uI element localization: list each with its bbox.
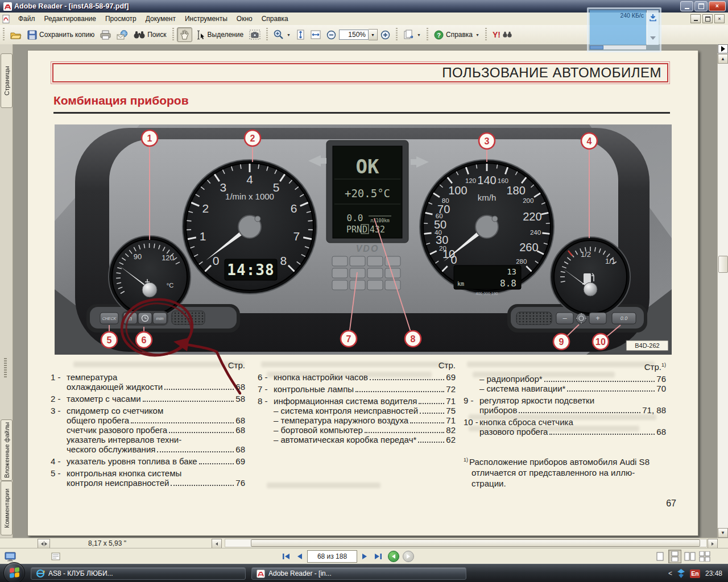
download-progress-overlay[interactable]: 240 КБ/с	[587, 7, 661, 52]
monitor-icon[interactable]	[5, 552, 16, 562]
next-page-button[interactable]	[358, 551, 371, 562]
taskbar-button[interactable]: AS8 - КЛУБ ЛЮБИ...	[31, 567, 246, 580]
odometer-value: 8.8	[500, 278, 516, 289]
continuous-mode-button[interactable]	[668, 550, 681, 563]
scroll-left-button[interactable]	[212, 539, 222, 548]
footnote: 1)Расположение приборов автомобиля Audi …	[464, 455, 666, 489]
fit-width-button[interactable]	[308, 27, 324, 42]
toolbar-grip[interactable]	[396, 28, 398, 41]
menu-item[interactable]: Инструменты	[180, 13, 232, 24]
yahoo-binoculars-icon	[503, 31, 512, 38]
toolbar-grip[interactable]	[3, 28, 5, 41]
next-view-button[interactable]	[403, 551, 414, 562]
print-button[interactable]	[97, 28, 114, 42]
maximize-button[interactable]	[694, 1, 708, 11]
svg-text:60: 60	[436, 213, 443, 219]
zoom-out-button[interactable]	[324, 28, 339, 42]
svg-text:1/1: 1/1	[605, 257, 615, 265]
svg-text:100: 100	[448, 184, 467, 197]
legend-row: 7 -контрольные лампы72	[258, 384, 456, 394]
tray-app-icon[interactable]	[677, 569, 685, 578]
taskbar-button[interactable]: Adobe Reader - [in...	[251, 567, 466, 580]
page-number-field[interactable]: 68 из 188	[307, 550, 357, 563]
page-display-dropdown-icon[interactable]: ▼	[417, 33, 421, 37]
legend-row: приборов71, 88	[464, 405, 666, 415]
legend-row: указатель интервалов техни-	[51, 435, 245, 444]
sidebar-tab[interactable]: Вложенные файлы	[1, 419, 13, 481]
sidebar-splitter[interactable]	[4, 358, 7, 377]
fit-page-button[interactable]	[293, 27, 308, 42]
vertical-scrollbar[interactable]: ▲ ▼	[717, 44, 728, 538]
hide-toolbar-button[interactable]	[718, 44, 728, 53]
toolbar-grip[interactable]	[266, 28, 268, 41]
zoom-level-dropdown[interactable]: ▼	[369, 29, 378, 40]
vertical-scroll-thumb[interactable]	[718, 256, 728, 273]
first-page-button[interactable]	[280, 551, 292, 562]
scroll-up-button[interactable]: ▲	[718, 54, 728, 64]
doc-restore-button[interactable]	[702, 14, 713, 23]
callout-5: 5	[101, 332, 117, 348]
last-page-button[interactable]	[372, 551, 384, 562]
svg-text:PRN: PRN	[346, 225, 362, 235]
download-dropdown-icon[interactable]	[650, 36, 656, 40]
select-tool-button[interactable]: Выделение	[192, 28, 247, 42]
hand-tool-button[interactable]	[177, 27, 192, 42]
email-button[interactable]	[114, 28, 131, 42]
status-note-icon[interactable]	[51, 552, 60, 560]
page-display-button[interactable]: ▼	[400, 27, 424, 42]
horizontal-scroll-track[interactable]	[225, 539, 707, 547]
svg-text:1: 1	[147, 134, 152, 143]
scroll-down-button[interactable]: ▼	[718, 528, 728, 538]
toolbar-grip[interactable]	[172, 28, 174, 41]
menu-item[interactable]: Редактирование	[40, 13, 101, 24]
help-button[interactable]: ? Справка ▼	[431, 28, 482, 42]
legend-row: – температура наружного воздуха71	[258, 415, 456, 425]
open-button[interactable]	[7, 28, 24, 42]
sidebar-tab[interactable]: Комментарии	[1, 481, 13, 535]
continuous-facing-mode-button[interactable]	[698, 550, 711, 563]
start-button[interactable]	[3, 562, 25, 582]
doc-close-button[interactable]: ×	[714, 14, 725, 23]
help-dropdown-icon[interactable]: ▼	[475, 33, 479, 37]
toolbar-grip[interactable]	[427, 28, 428, 41]
svg-text:9: 9	[559, 337, 564, 347]
search-button[interactable]: Поиск	[131, 28, 169, 41]
snapshot-button[interactable]	[246, 27, 263, 42]
previous-view-button[interactable]	[388, 551, 399, 562]
zoom-level-field[interactable]: 150%	[339, 30, 369, 40]
system-tray: < En 23:48	[668, 569, 722, 578]
svg-text:B4D-262: B4D-262	[635, 342, 659, 349]
toolbar-grip[interactable]	[485, 28, 487, 41]
help-icon: ?	[434, 30, 444, 40]
language-indicator[interactable]: En	[690, 569, 700, 578]
legend-row: 8 -информационная система водителя71	[258, 396, 456, 406]
save-copy-button[interactable]: Сохранить копию	[24, 28, 97, 42]
menu-item[interactable]: Файл	[14, 13, 40, 24]
legend-row: разового пробега68	[464, 427, 666, 436]
menu-item[interactable]: Окно	[232, 13, 257, 24]
previous-page-button[interactable]	[293, 551, 306, 562]
menu-item[interactable]: Справка	[257, 13, 293, 24]
scroll-right-button[interactable]	[708, 539, 718, 548]
close-button[interactable]: ×	[709, 1, 726, 11]
callout-6: 6	[136, 332, 152, 348]
zoom-tool-dropdown-icon[interactable]: ▼	[287, 33, 291, 37]
legend-row: – автоматическая коробка передач*62	[258, 435, 456, 444]
sidebar-tab[interactable]: Страницы	[1, 53, 13, 108]
minimize-button[interactable]	[680, 1, 693, 11]
menu-item[interactable]: Просмотр	[101, 13, 141, 24]
svg-text:260: 260	[519, 241, 538, 253]
tray-clock[interactable]: 23:48	[705, 569, 722, 577]
horizontal-scroll-thumb[interactable]	[251, 539, 700, 547]
yahoo-search-button[interactable]: Y!	[490, 28, 515, 41]
doc-minimize-button[interactable]	[690, 14, 701, 23]
cluster-svg: 90 120 °C 012345678	[55, 124, 672, 355]
zoom-in-tool-button[interactable]: ▼	[271, 27, 293, 42]
menu-item[interactable]: Документ	[141, 13, 180, 24]
facing-mode-button[interactable]	[683, 550, 696, 563]
save-icon	[27, 30, 37, 40]
pane-splitter-button[interactable]	[38, 539, 50, 548]
tray-collapse-icon[interactable]: <	[668, 569, 672, 577]
zoom-in-button[interactable]	[378, 28, 393, 42]
single-page-mode-button[interactable]	[653, 550, 667, 563]
